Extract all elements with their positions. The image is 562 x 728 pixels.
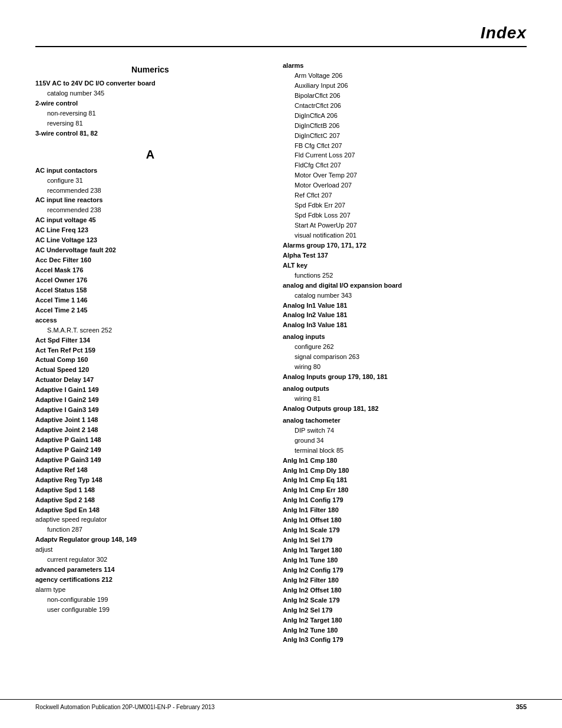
page-title: Index bbox=[481, 24, 527, 42]
index-sub-entry: FB Cfg Cflct 207 bbox=[283, 141, 527, 151]
index-entry: Adaptive I Gain2 149 bbox=[35, 396, 265, 405]
index-entry: Anlg In1 Sel 179 bbox=[283, 536, 527, 545]
index-entry: Adaptv Regulator group 148, 149 bbox=[35, 535, 265, 545]
index-category: alarms bbox=[283, 61, 527, 71]
index-sub-entry: DigInCflctC 207 bbox=[283, 131, 527, 141]
index-sub-entry: functions 252 bbox=[283, 271, 527, 281]
index-sub-entry: Spd Fdbk Loss 207 bbox=[283, 211, 527, 220]
index-entry: Actual Comp 160 bbox=[35, 355, 265, 365]
index-entry: Anlg In1 Scale 179 bbox=[283, 526, 527, 535]
index-entry: Anlg In2 Config 179 bbox=[283, 566, 527, 575]
index-entry: Anlg In2 Offset 180 bbox=[283, 586, 527, 595]
index-sub-entry: Motor Overload 207 bbox=[283, 181, 527, 190]
index-sub-entry: Motor Over Temp 207 bbox=[283, 171, 527, 180]
index-entry: Anlg In1 Offset 180 bbox=[283, 516, 527, 525]
index-category: analog outputs bbox=[283, 384, 527, 394]
index-entry: ALT key bbox=[283, 261, 527, 271]
index-entry: agency certifications 212 bbox=[35, 575, 265, 585]
index-sub-entry: Auxiliary Input 206 bbox=[283, 81, 527, 91]
right-column: alarmsArm Voltage 206Auxiliary Input 206… bbox=[283, 59, 527, 645]
index-entry: Adaptive I Gain3 149 bbox=[35, 406, 265, 415]
index-entry: alarm type bbox=[35, 585, 265, 595]
index-sub-entry: CntactrCflct 206 bbox=[283, 101, 527, 111]
index-entry: Adaptive Spd 1 148 bbox=[35, 486, 265, 495]
index-entry: Actual Speed 120 bbox=[35, 365, 265, 375]
section-heading-letter-a: A bbox=[35, 148, 265, 162]
index-entry: Adaptive Ref 148 bbox=[35, 466, 265, 475]
index-entry: AC Undervoltage fault 202 bbox=[35, 246, 265, 255]
index-sub-entry: DigInCflctB 206 bbox=[283, 121, 527, 131]
index-entry: Accel Time 1 146 bbox=[35, 296, 265, 305]
index-sub-entry: ground 34 bbox=[283, 436, 527, 446]
index-sub-entry: Ref Cflct 207 bbox=[283, 191, 527, 200]
index-entry: Analog In3 Value 181 bbox=[283, 321, 527, 330]
index-entry: access bbox=[35, 316, 265, 325]
index-entry: 3-wire control 81, 82 bbox=[35, 129, 265, 139]
index-entry: Alpha Test 137 bbox=[283, 251, 527, 261]
index-entry: Anlg In1 Target 180 bbox=[283, 546, 527, 555]
index-sub-entry: catalog number 343 bbox=[283, 291, 527, 301]
index-category: analog inputs bbox=[283, 332, 527, 342]
index-entry: Accel Status 158 bbox=[35, 286, 265, 295]
index-entry: Anlg In1 Config 179 bbox=[283, 496, 527, 505]
index-entry: AC input voltage 45 bbox=[35, 216, 265, 225]
index-entry: Anlg In2 Tune 180 bbox=[283, 626, 527, 635]
index-sub-entry: wiring 80 bbox=[283, 363, 527, 372]
index-entry: Analog Outputs group 181, 182 bbox=[283, 404, 527, 414]
index-sub-entry: configure 262 bbox=[283, 342, 527, 352]
index-entry: catalog number 345 bbox=[35, 89, 265, 98]
index-entry: adjust bbox=[35, 545, 265, 555]
page-footer: Rockwell Automation Publication 20P-UM00… bbox=[0, 699, 562, 710]
index-entry: reversing 81 bbox=[35, 119, 265, 129]
index-sub-entry: DigInCflcA 206 bbox=[283, 111, 527, 121]
index-entry: Anlg In2 Scale 179 bbox=[283, 596, 527, 605]
index-sub-entry: signal comparison 263 bbox=[283, 353, 527, 362]
footer-publication: Rockwell Automation Publication 20P-UM00… bbox=[35, 704, 214, 710]
index-entry: Adaptive Reg Typ 148 bbox=[35, 476, 265, 485]
index-sub-entry: wiring 81 bbox=[283, 394, 527, 404]
index-entry: recommended 238 bbox=[35, 206, 265, 215]
index-entry: Accel Time 2 145 bbox=[35, 306, 265, 315]
index-entry: Actuator Delay 147 bbox=[35, 375, 265, 385]
index-entry: Anlg In1 Cmp Dly 180 bbox=[283, 466, 527, 476]
index-entry: Adaptive P Gain2 149 bbox=[35, 446, 265, 455]
index-entry: Analog In1 Value 181 bbox=[283, 301, 527, 311]
index-entry: Adaptive Spd En 148 bbox=[35, 506, 265, 515]
index-entry: Analog Inputs group 179, 180, 181 bbox=[283, 373, 527, 382]
index-sub-entry: FldCfg Cflct 207 bbox=[283, 161, 527, 170]
index-sub-entry: Spd Fdbk Err 207 bbox=[283, 201, 527, 210]
index-entry: 2-wire control bbox=[35, 99, 265, 108]
index-entry: Acc Dec Filter 160 bbox=[35, 256, 265, 265]
index-sub-entry: Fld Current Loss 207 bbox=[283, 151, 527, 160]
index-entry: Anlg In2 Sel 179 bbox=[283, 606, 527, 615]
index-entry: user configurable 199 bbox=[35, 605, 265, 615]
index-entry: Adaptive P Gain1 148 bbox=[35, 436, 265, 445]
index-category: analog tachometer bbox=[283, 416, 527, 426]
index-entry: Adaptive P Gain3 149 bbox=[35, 456, 265, 465]
content-columns: Numerics115V AC to 24V DC I/O converter … bbox=[35, 59, 527, 645]
index-entry: adaptive speed regulator bbox=[35, 515, 265, 525]
index-entry: AC input contactors bbox=[35, 166, 265, 176]
index-entry: Accel Owner 176 bbox=[35, 276, 265, 285]
index-entry: Anlg In1 Cmp 180 bbox=[283, 456, 527, 466]
index-entry: Act Spd Filter 134 bbox=[35, 336, 265, 345]
index-entry: recommended 238 bbox=[35, 186, 265, 196]
index-entry: Anlg In3 Config 179 bbox=[283, 635, 527, 645]
index-sub-entry: BipolarCflct 206 bbox=[283, 91, 527, 101]
index-entry: Analog In2 Value 181 bbox=[283, 311, 527, 320]
left-column: Numerics115V AC to 24V DC I/O converter … bbox=[35, 59, 265, 645]
page-header: Index bbox=[35, 24, 527, 47]
index-entry: 115V AC to 24V DC I/O converter board bbox=[35, 79, 265, 88]
index-entry: AC Line Voltage 123 bbox=[35, 236, 265, 245]
index-entry: Anlg In1 Cmp Err 180 bbox=[283, 486, 527, 495]
index-entry: Anlg In1 Cmp Eq 181 bbox=[283, 476, 527, 485]
index-sub-entry: Arm Voltage 206 bbox=[283, 71, 527, 81]
index-sub-entry: DIP switch 74 bbox=[283, 426, 527, 436]
index-entry: advanced parameters 114 bbox=[35, 565, 265, 575]
index-entry: Anlg In1 Tune 180 bbox=[283, 556, 527, 565]
index-entry: configure 31 bbox=[35, 176, 265, 186]
index-sub-entry: Start At PowerUp 207 bbox=[283, 221, 527, 230]
page: Index Numerics115V AC to 24V DC I/O conv… bbox=[0, 0, 562, 728]
index-entry: Anlg In1 Filter 180 bbox=[283, 506, 527, 515]
index-entry: analog and digital I/O expansion board bbox=[283, 281, 527, 291]
